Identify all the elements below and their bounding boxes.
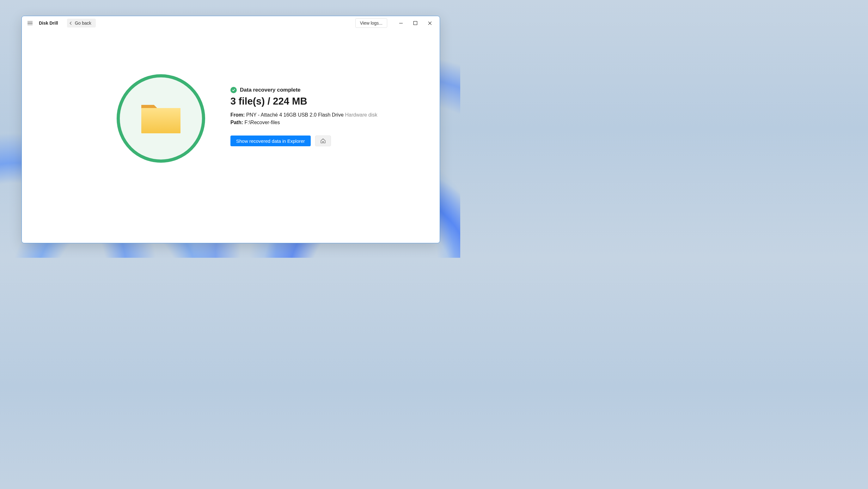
app-window: Disk Drill Go back View logs... [22, 16, 440, 243]
status-row: Data recovery complete [230, 87, 377, 93]
status-text: Data recovery complete [240, 87, 301, 93]
success-folder-graphic [117, 74, 205, 163]
window-controls [394, 18, 437, 28]
svg-rect-1 [141, 108, 181, 133]
close-button[interactable] [423, 18, 437, 28]
from-label: From: [230, 112, 245, 118]
from-line: From: PNY - Attaché 4 16GB USB 2.0 Flash… [230, 112, 377, 118]
titlebar: Disk Drill Go back View logs... [22, 16, 440, 30]
home-icon [320, 138, 326, 144]
checkmark-icon [230, 87, 237, 93]
path-label: Path: [230, 120, 243, 125]
path-line: Path: F:\Recover-files [230, 120, 377, 125]
result-panel: Data recovery complete 3 file(s) / 224 M… [230, 74, 377, 146]
minimize-button[interactable] [394, 18, 408, 28]
app-title: Disk Drill [39, 21, 58, 26]
home-button[interactable] [315, 135, 331, 146]
go-back-label: Go back [75, 21, 91, 26]
go-back-button[interactable]: Go back [67, 19, 96, 28]
from-value: PNY - Attaché 4 16GB USB 2.0 Flash Drive [246, 112, 344, 118]
action-row: Show recovered data in Explorer [230, 135, 377, 146]
folder-icon [139, 101, 183, 136]
chevron-left-icon [69, 22, 73, 25]
menu-icon[interactable] [26, 19, 34, 28]
from-type: Hardware disk [345, 112, 377, 118]
maximize-button[interactable] [408, 18, 423, 28]
main-content: Data recovery complete 3 file(s) / 224 M… [22, 30, 440, 243]
recovery-summary: 3 file(s) / 224 MB [230, 96, 377, 107]
view-logs-button[interactable]: View logs... [355, 18, 387, 28]
show-in-explorer-button[interactable]: Show recovered data in Explorer [230, 135, 311, 146]
path-value: F:\Recover-files [244, 120, 280, 125]
